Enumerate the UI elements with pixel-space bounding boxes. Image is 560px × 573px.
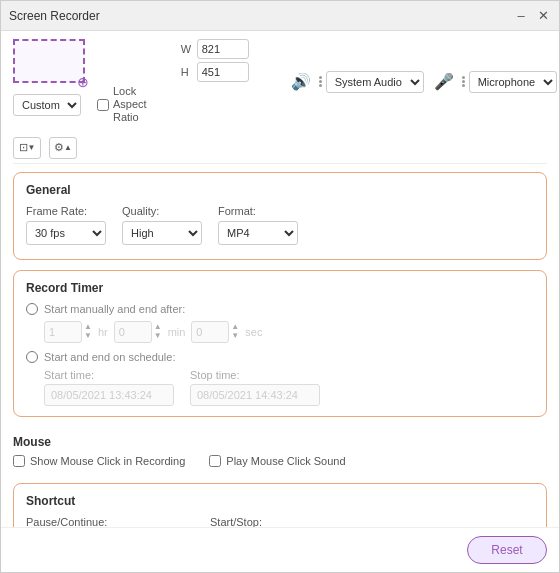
microphone-icon: 🎤 <box>430 68 458 96</box>
quality-label: Quality: <box>122 205 202 217</box>
height-input[interactable] <box>197 62 249 82</box>
height-label: H <box>181 66 193 78</box>
start-time-field: Start time: <box>44 369 174 406</box>
screen-recorder-window: Screen Recorder – ✕ ⊕ W H <box>0 0 560 573</box>
screenshot-dropdown-icon: ▼ <box>28 143 36 152</box>
microphone-dropdown[interactable]: Microphone <box>469 71 557 93</box>
play-sound-item: Play Mouse Click Sound <box>209 455 345 467</box>
start-manually-radio[interactable] <box>26 303 38 315</box>
system-audio-dots <box>319 76 322 87</box>
screenshot-icon: ⊡ <box>19 141 28 154</box>
width-label: W <box>181 43 193 55</box>
frame-rate-label: Frame Rate: <box>26 205 106 217</box>
sec-up-arrow[interactable]: ▲ <box>231 323 239 331</box>
min-down-arrow[interactable]: ▼ <box>154 332 162 340</box>
general-title: General <box>26 183 534 197</box>
start-stop-label: Start/Stop: <box>210 516 370 527</box>
reset-button[interactable]: Reset <box>467 536 547 564</box>
crosshair-icon: ⊕ <box>77 75 91 89</box>
microphone-item: 🎤 Microphone <box>430 68 557 96</box>
sec-down-arrow[interactable]: ▼ <box>231 332 239 340</box>
min-input[interactable] <box>114 321 152 343</box>
quality-field: Quality: High <box>122 205 202 245</box>
schedule-row: Start and end on schedule: <box>26 351 534 363</box>
wh-inputs: W H <box>181 39 249 82</box>
hr-label: hr <box>98 326 108 338</box>
hr-up-arrow[interactable]: ▲ <box>84 323 92 331</box>
system-audio-item: 🔊 System Audio <box>287 68 424 96</box>
frame-rate-dropdown[interactable]: 30 fps <box>26 221 106 245</box>
canvas-bottom: Custom Lock AspectRatio <box>13 85 159 125</box>
shortcut-fields: Pause/Continue: Start/Stop: <box>26 516 534 527</box>
start-stop-field: Start/Stop: <box>210 516 370 527</box>
sec-label: sec <box>245 326 262 338</box>
settings-button[interactable]: ⚙ ▲ <box>49 137 77 159</box>
pause-label: Pause/Continue: <box>26 516 186 527</box>
show-click-checkbox[interactable] <box>13 455 25 467</box>
stop-time-label: Stop time: <box>190 369 320 381</box>
frame-rate-field: Frame Rate: 30 fps <box>26 205 106 245</box>
canvas-area: ⊕ W H Custom <box>13 39 159 125</box>
play-sound-label: Play Mouse Click Sound <box>226 455 345 467</box>
start-manually-row: Start manually and end after: <box>26 303 534 315</box>
mouse-section: Mouse Show Mouse Click in Recording Play… <box>13 427 547 475</box>
hr-down-arrow[interactable]: ▼ <box>84 332 92 340</box>
system-audio-dropdown[interactable]: System Audio <box>326 71 424 93</box>
format-dropdown[interactable]: MP4 <box>218 221 298 245</box>
schedule-label: Start and end on schedule: <box>44 351 175 363</box>
pause-field: Pause/Continue: <box>26 516 186 527</box>
capture-area-preview[interactable]: ⊕ <box>13 39 85 83</box>
title-bar: Screen Recorder – ✕ <box>1 1 559 31</box>
min-label: min <box>168 326 186 338</box>
general-section: General Frame Rate: 30 fps Quality: High… <box>13 172 547 260</box>
stop-time-field: Stop time: <box>190 369 320 406</box>
window-controls: – ✕ <box>513 8 551 24</box>
record-timer-section: Record Timer Start manually and end afte… <box>13 270 547 417</box>
start-time-input[interactable] <box>44 384 174 406</box>
screenshot-button[interactable]: ⊡ ▼ <box>13 137 41 159</box>
timer-inputs: ▲ ▼ hr ▲ ▼ min ▲ ▼ <box>44 321 534 343</box>
top-row: ⊕ W H Custom <box>13 39 547 125</box>
preset-dropdown[interactable]: Custom <box>13 94 81 116</box>
min-spinner: ▲ ▼ <box>114 321 162 343</box>
settings-icon: ⚙ <box>54 141 64 154</box>
general-fields: Frame Rate: 30 fps Quality: High Format:… <box>26 205 534 245</box>
schedule-radio[interactable] <box>26 351 38 363</box>
start-time-label: Start time: <box>44 369 174 381</box>
main-content: ⊕ W H Custom <box>1 31 559 527</box>
format-field: Format: MP4 <box>218 205 298 245</box>
footer: Reset <box>1 527 559 572</box>
lock-aspect-label: Lock AspectRatio <box>113 85 159 125</box>
width-field: W <box>181 39 249 59</box>
minimize-button[interactable]: – <box>513 8 529 24</box>
quality-dropdown[interactable]: High <box>122 221 202 245</box>
shortcut-title: Shortcut <box>26 494 534 508</box>
mouse-title: Mouse <box>13 435 547 449</box>
microphone-dots <box>462 76 465 87</box>
sec-input[interactable] <box>191 321 229 343</box>
sec-arrows: ▲ ▼ <box>231 323 239 340</box>
hr-arrows: ▲ ▼ <box>84 323 92 340</box>
lock-aspect-checkbox[interactable] <box>97 99 109 111</box>
stop-time-input[interactable] <box>190 384 320 406</box>
start-manually-label: Start manually and end after: <box>44 303 185 315</box>
toolbar: ⊡ ▼ ⚙ ▲ <box>13 133 547 164</box>
width-input[interactable] <box>197 39 249 59</box>
height-field: H <box>181 62 249 82</box>
window-title: Screen Recorder <box>9 9 100 23</box>
sec-spinner: ▲ ▼ <box>191 321 239 343</box>
close-button[interactable]: ✕ <box>535 8 551 24</box>
format-label: Format: <box>218 205 298 217</box>
audio-controls: 🔊 System Audio 🎤 Microphone <box>287 68 559 96</box>
lock-aspect-container: Lock AspectRatio <box>97 85 159 125</box>
shortcut-section: Shortcut Pause/Continue: Start/Stop: <box>13 483 547 527</box>
settings-arrow-icon: ▲ <box>64 143 72 152</box>
hr-spinner: ▲ ▼ <box>44 321 92 343</box>
schedule-times: Start time: Stop time: <box>44 369 534 406</box>
show-click-item: Show Mouse Click in Recording <box>13 455 185 467</box>
play-sound-checkbox[interactable] <box>209 455 221 467</box>
show-click-label: Show Mouse Click in Recording <box>30 455 185 467</box>
speaker-icon: 🔊 <box>287 68 315 96</box>
hr-input[interactable] <box>44 321 82 343</box>
min-up-arrow[interactable]: ▲ <box>154 323 162 331</box>
